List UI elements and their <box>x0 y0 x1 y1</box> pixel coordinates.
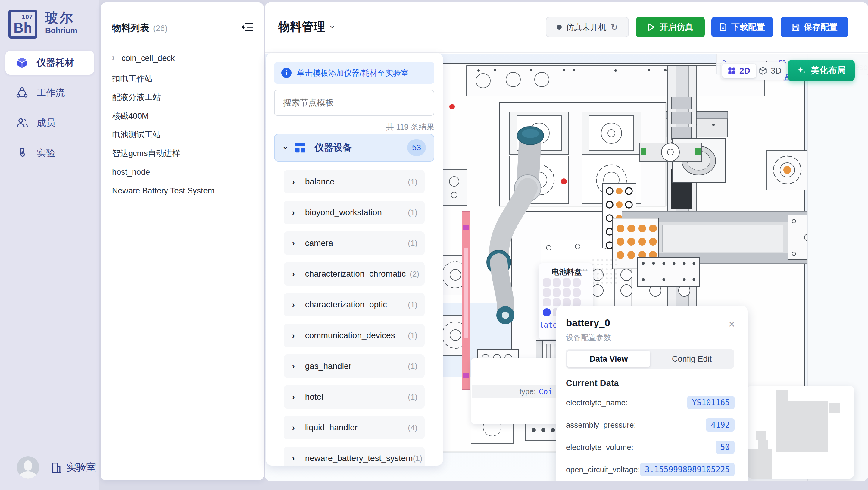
chevron-right-icon: › <box>292 300 295 310</box>
tray-slot[interactable] <box>572 298 581 307</box>
download-config-button[interactable]: 下载配置 <box>711 17 773 37</box>
tray-slot[interactable] <box>572 288 581 296</box>
beautify-layout-button[interactable]: 美化布局 <box>788 60 855 81</box>
close-icon[interactable]: × <box>728 318 735 330</box>
data-value: YS101165 <box>687 396 735 409</box>
sidebar-item-members[interactable]: 成员 <box>5 111 94 135</box>
material-item[interactable]: host_node <box>112 165 254 180</box>
simulation-status-pill[interactable]: 仿真未开机 ↻ <box>546 17 629 37</box>
material-item-label: 配液分液工站 <box>112 92 161 103</box>
device-config-popup: battery_0 设备配置参数 × Data View Config Edit… <box>556 306 747 481</box>
category-label: hotel <box>305 392 323 402</box>
material-item[interactable]: Neware Battery Test System <box>112 183 254 198</box>
tray-slot-selected[interactable] <box>543 308 551 316</box>
tray-slot[interactable] <box>563 288 571 296</box>
chevron-down-icon: › <box>281 146 290 149</box>
save-icon <box>792 23 800 31</box>
material-item[interactable]: 核磁400M <box>112 109 254 123</box>
material-item[interactable]: 智达gcms自动进样 <box>112 146 254 161</box>
category-characterization-chromatic[interactable]: › characterization_chromatic (2) <box>284 262 425 286</box>
collapse-panel-icon[interactable] <box>242 21 254 33</box>
material-item-label: host_node <box>112 168 150 177</box>
refresh-icon[interactable]: ↻ <box>611 22 618 32</box>
play-icon <box>648 23 655 31</box>
lab-building-icon <box>51 461 62 473</box>
plate-label-fragment: late <box>539 321 557 329</box>
materials-title: 物料列表(26) <box>112 22 167 34</box>
members-icon <box>16 117 28 129</box>
save-config-button[interactable]: 保存配置 <box>781 17 848 37</box>
view-2d-button[interactable]: 2D <box>722 64 756 78</box>
group-count-badge: 53 <box>407 139 426 156</box>
category-gas-handler[interactable]: › gas_handler (1) <box>284 354 425 378</box>
view-2d-label: 2D <box>739 66 750 76</box>
category-label: characterization_chromatic <box>305 269 406 279</box>
category-count: (4) <box>408 423 417 432</box>
category-label: balance <box>305 177 335 186</box>
material-item-label: 核磁400M <box>112 111 149 121</box>
category-label: communication_devices <box>305 330 395 340</box>
material-item[interactable]: 电池测试工站 <box>112 127 254 142</box>
data-row: open_circuit_voltage: 3.1559998989105225 <box>566 463 735 477</box>
data-row: electrolyte_name: YS101165 <box>566 396 735 409</box>
tray-slot[interactable] <box>563 279 571 287</box>
sidebar-item-label: 仪器耗材 <box>37 56 74 69</box>
start-simulation-button[interactable]: 开启仿真 <box>636 17 705 37</box>
view-mode-toggle: 2D 3D <box>721 62 786 80</box>
category-camera[interactable]: › camera (1) <box>284 231 425 255</box>
material-item-label: 扣电工作站 <box>112 73 153 84</box>
sidebar-item-label: 成员 <box>37 117 55 129</box>
tray-slot[interactable] <box>543 288 551 296</box>
type-key: type: <box>520 387 536 396</box>
materials-panel: 物料列表(26) › coin_cell_deck 扣电工作站 配液分液工站 核… <box>101 2 264 480</box>
tray-slot[interactable] <box>543 279 551 287</box>
chevron-right-icon: › <box>292 454 295 463</box>
tray-slot[interactable] <box>553 279 561 287</box>
tray-slot[interactable] <box>563 298 571 307</box>
material-item-label: 电池测试工站 <box>112 129 161 140</box>
chevron-right-icon: › <box>292 177 295 186</box>
category-label: gas_handler <box>305 361 351 371</box>
avatar[interactable] <box>17 456 39 479</box>
sparkles-icon <box>797 66 807 75</box>
more-menu-icon[interactable]: ••• <box>580 266 588 274</box>
material-item-expandable[interactable]: › coin_cell_deck <box>112 51 254 66</box>
tray-slot[interactable] <box>553 288 561 296</box>
chevron-right-icon: › <box>292 392 295 402</box>
download-file-icon <box>719 23 727 32</box>
sidebar-item-instruments[interactable]: 仪器耗材 <box>5 51 94 75</box>
tray-slot[interactable] <box>553 298 561 307</box>
category-communication-devices[interactable]: › communication_devices (1) <box>284 324 425 347</box>
info-icon: i <box>281 68 291 78</box>
chevron-right-icon: › <box>112 53 115 62</box>
search-input[interactable] <box>274 90 434 116</box>
category-count: (1) <box>413 454 423 463</box>
tray-slot[interactable] <box>572 279 581 287</box>
minimap[interactable] <box>747 386 854 479</box>
lab-link[interactable]: 实验室 <box>51 461 96 474</box>
category-bioyond-workstation[interactable]: › bioyond_workstation (1) <box>284 201 425 224</box>
page-title[interactable]: 物料管理 › <box>278 19 334 35</box>
material-item[interactable]: 扣电工作站 <box>112 71 254 86</box>
tab-config-edit[interactable]: Config Edit <box>650 351 733 367</box>
category-hotel[interactable]: › hotel (1) <box>284 385 425 409</box>
view-3d-button[interactable]: 3D <box>756 64 784 78</box>
sidebar-item-workflow[interactable]: 工作流 <box>5 81 94 105</box>
tab-data-view[interactable]: Data View <box>567 351 650 367</box>
node-type-row: type: Coi <box>472 384 557 398</box>
category-characterization-optic[interactable]: › characterization_optic (1) <box>284 293 425 316</box>
category-liquid-handler[interactable]: › liquid_handler (4) <box>284 416 425 439</box>
device-tabs: Data View Config Edit <box>566 349 734 369</box>
grid-2d-icon <box>728 67 736 75</box>
category-neware-battery-test-system[interactable]: › neware_battery_test_system (1) <box>284 446 425 466</box>
tray-slot[interactable] <box>543 298 551 307</box>
sidebar-item-experiments[interactable]: 实验 <box>5 141 94 165</box>
hint-banner: i 单击模板添加仪器/耗材至实验室 <box>274 62 434 84</box>
beautify-layout-label: 美化布局 <box>811 64 846 77</box>
category-count: (1) <box>408 208 417 217</box>
material-item[interactable]: 配液分液工站 <box>112 90 254 105</box>
download-config-label: 下载配置 <box>731 21 765 33</box>
category-count: (1) <box>408 362 417 371</box>
category-balance[interactable]: › balance (1) <box>284 170 425 194</box>
category-group-instruments[interactable]: › 仪器设备 53 <box>274 134 434 162</box>
